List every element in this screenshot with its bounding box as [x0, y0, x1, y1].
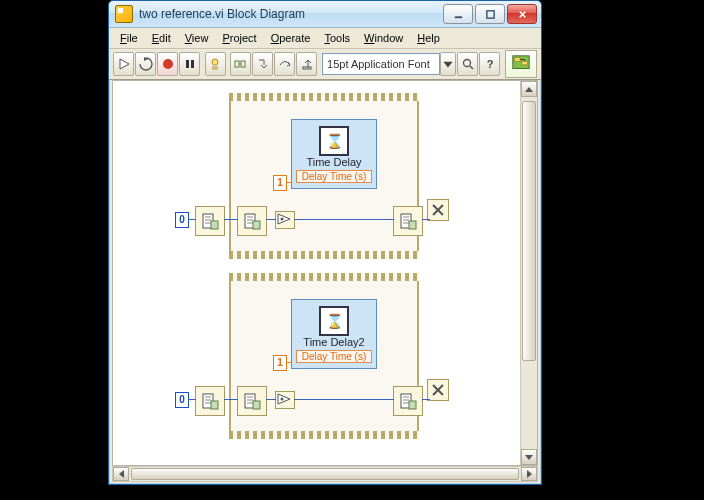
invoke-node-2[interactable] [275, 391, 295, 409]
menu-view[interactable]: View [178, 30, 216, 46]
close-x-icon-1 [427, 199, 449, 221]
menu-help[interactable]: Help [410, 30, 447, 46]
menu-file[interactable]: File [113, 30, 145, 46]
close-button[interactable] [507, 4, 537, 24]
font-label: 15pt Application Font [327, 58, 430, 70]
menu-project-label: roject [230, 32, 257, 44]
content-area: ⌛ Time Delay Delay Time (s) 1 0 ⌛ [112, 80, 538, 466]
svg-rect-0 [454, 16, 461, 18]
wire-2a [188, 399, 196, 400]
wire-2c [266, 399, 276, 400]
close-x-icon-2 [427, 379, 449, 401]
search-button[interactable] [457, 52, 478, 76]
vscroll-thumb[interactable] [522, 101, 536, 361]
time-delay-subvi-2[interactable]: ⌛ Time Delay2 Delay Time (s) [291, 299, 377, 369]
svg-rect-20 [409, 221, 416, 229]
titlebar[interactable]: two reference.vi Block Diagram [109, 1, 541, 28]
app-window: two reference.vi Block Diagram File Edit… [108, 0, 542, 485]
abort-button[interactable] [157, 52, 178, 76]
wire-2e [422, 399, 430, 400]
menu-operate-label: perate [279, 32, 310, 44]
svg-text:?: ? [486, 58, 493, 70]
svg-rect-1 [486, 10, 493, 17]
menu-operate[interactable]: Operate [264, 30, 318, 46]
wire-1a [188, 219, 196, 220]
open-ref-node-2b[interactable] [237, 386, 267, 416]
scroll-left-button[interactable] [113, 467, 129, 481]
close-ref-node-2[interactable] [393, 386, 423, 416]
int-constant-1[interactable]: 0 [175, 212, 189, 228]
wire-2b [224, 399, 238, 400]
svg-rect-4 [191, 60, 194, 68]
maximize-button[interactable] [475, 4, 505, 24]
menu-help-label: elp [425, 32, 440, 44]
menu-tools[interactable]: Tools [317, 30, 357, 46]
scroll-down-button[interactable] [521, 449, 537, 465]
menu-window-label: indow [374, 32, 403, 44]
hourglass-icon: ⌛ [319, 126, 349, 156]
toolbar: 15pt Application Font ? [109, 49, 541, 80]
wire-orange-2 [286, 362, 292, 363]
wire-orange-1 [286, 182, 292, 183]
vertical-scrollbar[interactable] [520, 81, 537, 465]
menu-window[interactable]: Window [357, 30, 410, 46]
step-out-button[interactable] [296, 52, 317, 76]
svg-rect-24 [253, 401, 260, 409]
window-title: two reference.vi Block Diagram [137, 7, 441, 21]
menu-tools-label: ools [330, 32, 350, 44]
svg-rect-8 [303, 67, 311, 69]
svg-point-2 [163, 59, 173, 69]
menu-edit-label: dit [159, 32, 171, 44]
wire-2d [294, 399, 394, 400]
menubar: File Edit View Project Operate Tools Win… [109, 28, 541, 49]
diagram-mode-icon[interactable] [505, 50, 537, 78]
svg-rect-7 [241, 61, 245, 67]
font-dropdown-button[interactable] [440, 52, 456, 76]
step-over-button[interactable] [274, 52, 295, 76]
menu-project[interactable]: Project [215, 30, 263, 46]
highlight-exec-button[interactable] [205, 52, 226, 76]
time-delay-subvi-1[interactable]: ⌛ Time Delay Delay Time (s) [291, 119, 377, 189]
svg-point-9 [463, 60, 470, 67]
pause-button[interactable] [179, 52, 200, 76]
open-ref-node-1a[interactable] [195, 206, 225, 236]
svg-rect-17 [253, 221, 260, 229]
font-selector[interactable]: 15pt Application Font [322, 53, 440, 75]
svg-rect-13 [522, 61, 527, 65]
delay-constant-2[interactable]: 1 [273, 355, 287, 371]
svg-rect-22 [211, 401, 218, 409]
svg-rect-12 [515, 58, 520, 62]
invoke-node-1[interactable] [275, 211, 295, 229]
horizontal-scrollbar[interactable] [112, 466, 538, 482]
svg-point-18 [281, 218, 284, 221]
delay-constant-1[interactable]: 1 [273, 175, 287, 191]
menu-edit[interactable]: Edit [145, 30, 178, 46]
wire-1d [294, 219, 394, 220]
block-diagram-canvas[interactable]: ⌛ Time Delay Delay Time (s) 1 0 ⌛ [113, 81, 521, 465]
close-ref-node-1[interactable] [393, 206, 423, 236]
open-ref-node-1b[interactable] [237, 206, 267, 236]
svg-point-5 [212, 59, 218, 65]
step-into-button[interactable] [252, 52, 273, 76]
retain-wire-button[interactable] [230, 52, 251, 76]
run-continuous-button[interactable] [135, 52, 156, 76]
svg-rect-3 [186, 60, 189, 68]
svg-rect-6 [235, 61, 239, 67]
scroll-up-button[interactable] [521, 81, 537, 97]
hscroll-thumb[interactable] [131, 468, 519, 480]
wire-1e [422, 219, 430, 220]
help-button[interactable]: ? [479, 52, 500, 76]
wire-1b [224, 219, 238, 220]
svg-point-25 [281, 398, 284, 401]
int-constant-2[interactable]: 0 [175, 392, 189, 408]
subvi-param: Delay Time (s) [296, 350, 372, 363]
menu-file-label: ile [127, 32, 138, 44]
svg-rect-27 [409, 401, 416, 409]
subvi-label: Time Delay [292, 156, 376, 168]
minimize-button[interactable] [443, 4, 473, 24]
wire-1c [266, 219, 276, 220]
scroll-right-button[interactable] [521, 467, 537, 481]
app-icon [115, 5, 133, 23]
run-button[interactable] [113, 52, 134, 76]
open-ref-node-2a[interactable] [195, 386, 225, 416]
